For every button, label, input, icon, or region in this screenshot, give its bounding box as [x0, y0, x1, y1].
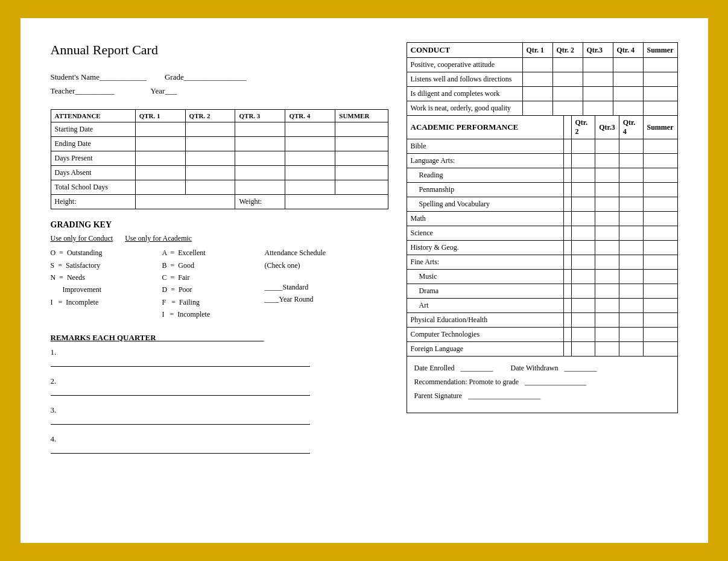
- conduct-row: Listens well and follows directions: [407, 72, 677, 87]
- attendance-row: Days Absent: [51, 165, 388, 180]
- conduct-row: Is diligent and completes work: [407, 87, 677, 101]
- academic-col-qtr4: Qtr. 4: [619, 116, 643, 139]
- attendance-row: Total School Days: [51, 180, 388, 194]
- academic-row: Science: [407, 226, 677, 241]
- academic-row: Spelling and Vocabulary: [407, 197, 677, 212]
- attendance-col-qtr3: Qtr. 3: [235, 109, 285, 122]
- academic-col-qtr3: Qtr.3: [595, 116, 619, 139]
- parent-signature-line: Parent Signature ____________________: [414, 391, 670, 401]
- recommendation-line: Recommendation: Promote to grade _______…: [414, 378, 670, 387]
- academic-row: History & Geog.: [407, 241, 677, 255]
- conduct-col-qtr2: Qtr. 2: [552, 43, 583, 58]
- attendance-header: ATTENDANCE: [51, 109, 135, 122]
- academic-col-blank: [563, 116, 571, 139]
- attendance-row: Days Present: [51, 151, 388, 165]
- left-panel: Annual Report Card Student's Name_______…: [51, 42, 388, 519]
- academic-row: Bible: [407, 139, 677, 154]
- remarks-section: REMARKS EACH QUARTER ___________________…: [51, 333, 388, 454]
- academic-col-summer: Summer: [643, 116, 677, 139]
- academic-header-label: ACADEMIC PERFORMANCE: [407, 116, 563, 139]
- academic-row: Penmanship: [407, 183, 677, 197]
- remark-3: 3.: [51, 405, 388, 425]
- year-label: Year___: [150, 84, 176, 98]
- teacher-label: Teacher__________: [51, 84, 115, 98]
- remark-1: 1.: [51, 347, 388, 367]
- academic-row: Language Arts:: [407, 154, 677, 168]
- academic-header: Use only for Academic: [125, 232, 192, 244]
- attendance-row: Ending Date: [51, 136, 388, 151]
- academic-row: Physical Education/Health: [407, 313, 677, 328]
- grading-key: GRADING KEY Use only for Conduct Use onl…: [51, 220, 388, 321]
- academic-col-qtr2: Qtr. 2: [571, 116, 595, 139]
- conduct-col-summer: Summer: [643, 43, 677, 58]
- attendance-col-qtr1: Qtr. 1: [135, 109, 185, 122]
- remark-4: 4.: [51, 434, 388, 454]
- right-panel: CONDUCT Qtr. 1 Qtr. 2 Qtr.3 Qtr. 4 Summe…: [407, 42, 678, 519]
- remarks-title: REMARKS EACH QUARTER ___________________…: [51, 333, 388, 343]
- attendance-schedule-col: Attendance Schedule (Check one) _____Sta…: [265, 247, 326, 306]
- academic-row: Art: [407, 299, 677, 313]
- grade-label: Grade________________: [165, 70, 247, 84]
- attendance-row: Starting Date: [51, 122, 388, 136]
- academic-row: Foreign Language: [407, 342, 677, 357]
- report-card-page: Annual Report Card Student's Name_______…: [21, 18, 708, 543]
- academic-row: Drama: [407, 284, 677, 299]
- page-title: Annual Report Card: [51, 42, 388, 58]
- footer-section: Date Enrolled _________ Date Withdrawn _…: [407, 357, 678, 413]
- student-info: Student's Name____________ Grade________…: [51, 70, 388, 98]
- height-weight-row: Height: Weight:: [51, 194, 388, 209]
- conduct-col-qtr1: Qtr. 1: [522, 43, 552, 58]
- attendance-col-summer: Summer: [335, 109, 388, 122]
- attendance-col-qtr2: Qtr. 2: [185, 109, 235, 122]
- conduct-col-qtr4: Qtr. 4: [613, 43, 643, 58]
- conduct-header-label: CONDUCT: [407, 43, 522, 58]
- academic-key-col: A = Excellent B = Good C = Fair D = Poor…: [162, 247, 259, 320]
- conduct-row: Positive, cooperative attitude: [407, 58, 677, 72]
- conduct-header: Use only for Conduct: [51, 232, 113, 244]
- conduct-col-qtr3: Qtr.3: [583, 43, 613, 58]
- attendance-col-qtr4: Qtr. 4: [285, 109, 335, 122]
- academic-row: Math: [407, 212, 677, 226]
- academic-table: ACADEMIC PERFORMANCE Qtr. 2 Qtr.3 Qtr. 4…: [407, 115, 678, 357]
- grading-key-title: GRADING KEY: [51, 220, 388, 230]
- attendance-table: ATTENDANCE Qtr. 1 Qtr. 2 Qtr. 3 Qtr. 4 S…: [51, 109, 388, 209]
- conduct-key-col: O = Outstanding S = Satisfactory N = Nee…: [51, 247, 156, 308]
- student-name-label: Student's Name____________: [51, 70, 147, 84]
- enrollment-line: Date Enrolled _________ Date Withdrawn _…: [414, 364, 670, 373]
- academic-row: Fine Arts:: [407, 255, 677, 270]
- conduct-table: CONDUCT Qtr. 1 Qtr. 2 Qtr.3 Qtr. 4 Summe…: [407, 42, 678, 116]
- academic-row: Music: [407, 270, 677, 284]
- academic-row: Reading: [407, 168, 677, 183]
- academic-row: Computer Technologies: [407, 328, 677, 342]
- conduct-row: Work is neat, orderly, good quality: [407, 101, 677, 116]
- remark-2: 2.: [51, 376, 388, 396]
